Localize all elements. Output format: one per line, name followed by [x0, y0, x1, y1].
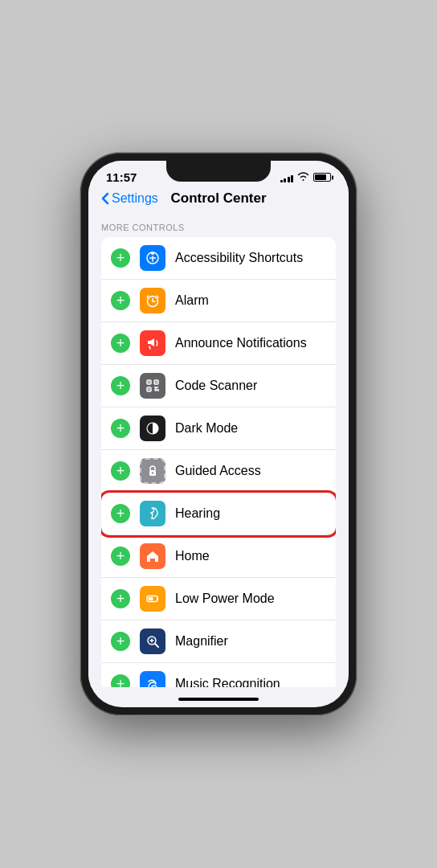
hearing-icon [140, 501, 165, 526]
nav-title: Control Center [171, 190, 267, 207]
status-icons [280, 172, 332, 183]
back-button[interactable]: Settings [101, 191, 158, 206]
list-item[interactable]: + Home [101, 535, 336, 578]
item-label-code-scanner: Code Scanner [175, 379, 326, 393]
add-button-hearing[interactable]: + [111, 504, 130, 523]
list-item[interactable]: + Accessibility Shortcuts [101, 237, 336, 280]
add-button-guided-access[interactable]: + [111, 461, 130, 481]
code-scanner-icon [140, 373, 165, 399]
more-controls-label: MORE CONTROLS [88, 213, 349, 237]
add-button-accessibility[interactable]: + [111, 248, 130, 268]
status-time: 11:57 [106, 170, 137, 184]
dark-mode-icon [140, 416, 165, 441]
add-button-magnifier[interactable]: + [111, 632, 130, 651]
item-label-music-recognition: Music Recognition [175, 677, 326, 687]
item-label-alarm: Alarm [175, 293, 326, 308]
list-item-hearing[interactable]: + Hearing [101, 493, 336, 535]
add-button-music-recognition[interactable]: + [111, 674, 130, 687]
svg-point-21 [151, 518, 153, 519]
item-label-magnifier: Magnifier [175, 634, 326, 649]
home-icon [140, 543, 165, 569]
item-label-hearing: Hearing [175, 506, 326, 521]
alarm-icon [140, 288, 165, 313]
phone-screen: 11:57 [88, 161, 349, 707]
add-button-announce[interactable]: + [111, 334, 130, 353]
home-bar [178, 698, 259, 701]
content-area[interactable]: MORE CONTROLS + Accessibility Shortcuts [88, 213, 349, 687]
item-label-dark-mode: Dark Mode [175, 421, 326, 436]
nav-bar: Settings Control Center [88, 187, 349, 213]
list-item[interactable]: + Magnifier [101, 620, 336, 663]
list-item[interactable]: + Dark Mode [101, 407, 336, 450]
back-label: Settings [112, 191, 158, 206]
guided-access-icon [140, 458, 165, 484]
list-item[interactable]: + Guided Access [101, 450, 336, 493]
controls-list: + Accessibility Shortcuts + [101, 237, 336, 687]
svg-rect-11 [149, 382, 150, 383]
list-item[interactable]: + [101, 365, 336, 407]
svg-line-25 [155, 644, 158, 647]
accessibility-icon [140, 245, 165, 271]
battery-icon [313, 173, 331, 182]
add-button-dark-mode[interactable]: + [111, 419, 130, 438]
add-button-home[interactable]: + [111, 547, 130, 566]
add-button-alarm[interactable]: + [111, 291, 130, 310]
item-label-guided-access: Guided Access [175, 464, 326, 478]
item-label-accessibility: Accessibility Shortcuts [175, 251, 326, 265]
low-power-icon [140, 586, 165, 612]
notch [166, 161, 271, 182]
add-button-code-scanner[interactable]: + [111, 376, 130, 395]
wifi-icon [297, 172, 309, 183]
svg-rect-13 [149, 389, 150, 391]
svg-point-20 [152, 472, 153, 473]
list-item[interactable]: + Low Power Mode [101, 578, 336, 620]
phone-frame: 11:57 [80, 153, 357, 715]
item-label-announce: Announce Notifications [175, 336, 326, 350]
list-item[interactable]: + Alarm [101, 280, 336, 322]
item-label-low-power: Low Power Mode [175, 592, 326, 606]
list-item[interactable]: + Music Recognition [101, 663, 336, 687]
svg-line-7 [149, 346, 150, 349]
add-button-low-power[interactable]: + [111, 589, 130, 608]
item-label-home: Home [175, 549, 326, 563]
announce-icon [140, 330, 165, 356]
magnifier-icon [140, 628, 165, 654]
svg-rect-12 [156, 382, 157, 383]
signal-icon [280, 173, 294, 182]
list-item[interactable]: + Announce Notifications [101, 322, 336, 365]
svg-rect-23 [149, 597, 153, 600]
music-recognition-icon [140, 671, 165, 687]
